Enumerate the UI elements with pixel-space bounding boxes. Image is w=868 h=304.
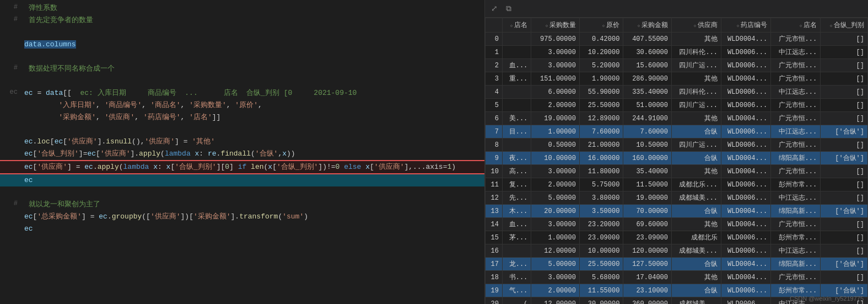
table-row[interactable]: 13.0000010.2000030.60000四川科伦...WLD0006..… <box>486 46 868 59</box>
table-cell: WLD0006... <box>721 46 771 59</box>
table-cell: 其他 <box>671 112 721 125</box>
table-cell: [] <box>821 231 868 244</box>
table-cell: WLD0006... <box>721 244 771 258</box>
table-cell: WLD0004... <box>721 205 771 218</box>
table-cell: 7.60000 <box>623 125 672 138</box>
line-text: ec['合纵_判别']=ec['供应商'].apply(lambda x: re… <box>22 148 484 159</box>
table-cell: 合纵 <box>671 205 721 218</box>
table-cell: 合纵 <box>671 125 721 138</box>
table-row[interactable]: 80.5000021.0000010.50000四川广运...WLD0006..… <box>486 138 868 152</box>
table-cell: 12.00000 <box>531 297 580 305</box>
table-cell: 中江远志... <box>771 191 821 205</box>
table-cell: 69.60000 <box>623 218 672 231</box>
table-cell: 广元市恒... <box>771 165 821 178</box>
col-header-index[interactable] <box>486 18 503 33</box>
table-cell: 7 <box>486 125 503 138</box>
table-row[interactable]: 1612.0000010.00000120.00000成都城美...WLD000… <box>486 244 868 258</box>
table-cell: 四川广运... <box>671 59 721 72</box>
line-text <box>22 187 484 198</box>
table-row[interactable]: 18书...3.000005.6800017.04000其他WLD0004...… <box>486 271 868 284</box>
table-cell: ['合纵'] <box>821 205 868 218</box>
table-cell: 5.68000 <box>579 271 623 284</box>
col-header-gys[interactable]: ⬦供应商 <box>671 18 721 33</box>
code-line-highlight: ec['供应商'] = ec.apply(lambda x: x['合纵_判别'… <box>0 160 484 174</box>
table-cell: 12.00000 <box>531 244 580 258</box>
table-row[interactable]: 15茅...1.0000023.0900023.09000成都北乐WLD0006… <box>486 231 868 244</box>
col-header-dianming1[interactable]: ⬦店名 <box>502 18 531 33</box>
table-row[interactable]: 52.0000025.5000051.00000四川广运...WLD0006..… <box>486 99 868 112</box>
table-row[interactable]: 9夜...10.0000016.00000160.00000合纵WLD0004.… <box>486 152 868 165</box>
table-cell: 3.00000 <box>531 165 580 178</box>
line-text: ec <box>22 223 484 234</box>
table-cell: 中江远志... <box>771 244 821 258</box>
table-cell: 19 <box>486 284 503 297</box>
code-content[interactable]: # 弹性系数 # 首先定竞争者的数量 data.columns # 数据处理不同… <box>0 0 484 304</box>
table-row[interactable]: 46.0000055.90000335.40000四川科伦...WLD0006.… <box>486 86 868 99</box>
table-cell: 合纵 <box>671 258 721 271</box>
table-cell: WLD0006... <box>721 297 771 305</box>
code-line: '入库日期', '商品编号', '商品名', '采购数量', '原价', <box>0 99 484 111</box>
col-header-yaodian[interactable]: ⬦药店编号 <box>721 18 771 33</box>
table-row[interactable]: 17龙...5.0000025.50000127.50000合纵WLD0004.… <box>486 258 868 271</box>
col-header-hezong[interactable]: ⬦合纵_判别 <box>821 18 868 33</box>
table-cell: 7.60000 <box>579 125 623 138</box>
line-number <box>0 124 22 125</box>
table-cell: 70.00000 <box>623 205 672 218</box>
table-cell: ['合纵'] <box>821 125 868 138</box>
table-cell: 1.00000 <box>531 231 580 244</box>
table-cell: 龙... <box>502 258 531 271</box>
table-cell: [] <box>821 191 868 205</box>
expand-icon[interactable]: ⤢ <box>489 4 499 14</box>
table-row[interactable]: 13木...20.000003.5000070.00000合纵WLD0004..… <box>486 205 868 218</box>
table-cell: 绵阳高新... <box>771 205 821 218</box>
line-text: 数据处理不同名称合成一个 <box>22 63 484 74</box>
table-wrapper[interactable]: ⬦店名 ⬦采购数量 ⬦原价 ⬦采购金额 ⬦供应商 ⬦药店编号 ⬦店名 ⬦合纵_判… <box>485 18 868 304</box>
table-cell: 美... <box>502 112 531 125</box>
col-header-dianming2[interactable]: ⬦店名 <box>771 18 821 33</box>
table-cell: 5.00000 <box>531 191 580 205</box>
code-line: ec <box>0 223 484 235</box>
table-cell: WLD0006... <box>721 284 771 297</box>
code-line <box>0 75 484 87</box>
table-row[interactable]: 11复...2.000005.7500011.50000成都北乐...WLD00… <box>486 178 868 191</box>
line-text: ec <box>22 175 484 186</box>
table-cell: 23.09000 <box>623 231 672 244</box>
table-cell: 16.00000 <box>579 152 623 165</box>
table-cell: 14 <box>486 218 503 231</box>
col-header-jine[interactable]: ⬦采购金额 <box>623 18 672 33</box>
table-cell: 广元市恒... <box>771 59 821 72</box>
table-cell: [] <box>821 138 868 152</box>
table-cell: 10.00000 <box>579 244 623 258</box>
table-cell: 成都城美... <box>671 297 721 305</box>
col-header-yuanjia[interactable]: ⬦原价 <box>579 18 623 33</box>
col-header-caigou[interactable]: ⬦采购数量 <box>531 18 580 33</box>
table-cell: 360.00000 <box>623 297 672 305</box>
code-line: ec['总采购金额'] = ec.groupby(['供应商'])['采购金额'… <box>0 211 484 223</box>
table-cell: [] <box>821 86 868 99</box>
table-row[interactable]: 7目...1.000007.600007.60000合纵WLD0006...中江… <box>486 125 868 138</box>
table-cell: 25.50000 <box>579 99 623 112</box>
copy-icon[interactable]: ⧉ <box>504 4 514 14</box>
table-row[interactable]: 3重...151.000001.90000286.90000其他WLD0004.… <box>486 72 868 86</box>
table-cell: 高... <box>502 165 531 178</box>
code-line: # 弹性系数 <box>0 2 484 14</box>
line-text <box>22 27 484 38</box>
table-cell: 先... <box>502 191 531 205</box>
line-number <box>0 27 22 28</box>
table-cell: 13 <box>486 205 503 218</box>
table-cell: 10 <box>486 165 503 178</box>
table-row[interactable]: 14血...3.0000023.2000069.60000其他WLD0004..… <box>486 218 868 231</box>
code-line: ec['合纵_判别']=ec['供应商'].apply(lambda x: re… <box>0 148 484 160</box>
table-cell: 11.55000 <box>579 284 623 297</box>
line-number: # <box>0 199 22 207</box>
table-cell: 20 <box>486 297 503 305</box>
table-cell: 3.80000 <box>579 191 623 205</box>
table-cell: 合纵 <box>671 152 721 165</box>
table-cell: [] <box>821 72 868 86</box>
table-cell <box>502 33 531 46</box>
table-row[interactable]: 12先...5.000003.8000019.00000成都城美...WLD00… <box>486 191 868 205</box>
table-row[interactable]: 6美...19.0000012.89000244.91000其他WLD0004.… <box>486 112 868 125</box>
table-row[interactable]: 2血...3.000005.2000015.60000四川广运...WLD000… <box>486 59 868 72</box>
table-row[interactable]: 10高...3.0000011.8000035.40000其他WLD0004..… <box>486 165 868 178</box>
table-row[interactable]: 0975.000000.42000407.55000其他WLD0004...广元… <box>486 33 868 46</box>
